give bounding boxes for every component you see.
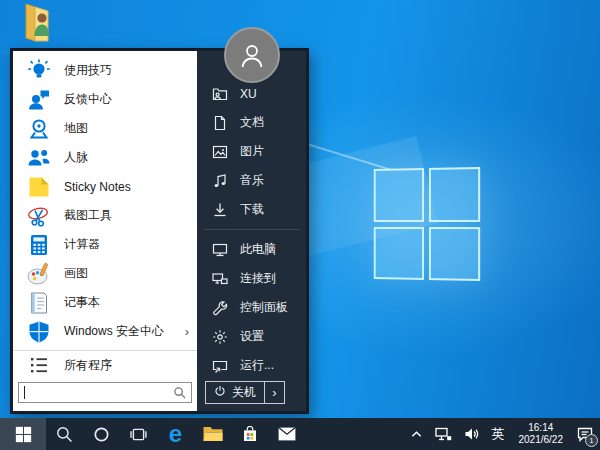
start-menu-item-maps[interactable]: 地图 (13, 114, 197, 143)
edge-icon: e (169, 422, 182, 446)
file-explorer-app[interactable] (194, 418, 231, 450)
store-app[interactable] (231, 418, 268, 450)
start-menu-item-paint[interactable]: 画图 (13, 259, 197, 288)
user-avatar[interactable] (224, 27, 280, 83)
taskbar: e 英 16:14 2021/6/22 (0, 418, 600, 450)
action-center-button[interactable]: 1 (575, 418, 595, 450)
system-tray: 英 16:14 2021/6/22 1 (408, 418, 600, 450)
cortana-icon (93, 426, 110, 443)
start-search-box[interactable] (18, 382, 192, 403)
volume-icon[interactable] (462, 418, 482, 450)
file-explorer-icon (203, 426, 223, 442)
start-menu-item-people[interactable]: 人脉 (13, 143, 197, 172)
start-menu-item-feedback[interactable]: 反馈中心 (13, 85, 197, 114)
taskbar-empty-area (305, 418, 408, 450)
start-menu-place-run[interactable]: 运行... (197, 351, 306, 380)
paint-icon (27, 262, 51, 286)
start-menu-place-label: 设置 (240, 328, 264, 345)
task-view-icon (130, 426, 147, 443)
store-icon (242, 426, 258, 443)
start-menu-item-notepad[interactable]: 记事本 (13, 288, 197, 317)
start-menu-place-label: XU (240, 87, 257, 101)
power-icon (214, 385, 226, 400)
this-pc-icon (212, 242, 228, 258)
shutdown-split-button: 关机 › (205, 381, 285, 404)
shutdown-button[interactable]: 关机 (206, 382, 264, 403)
taskbar-clock[interactable]: 16:14 2021/6/22 (515, 418, 568, 450)
sticky-notes-icon (27, 175, 51, 199)
all-programs-label: 所有程序 (64, 357, 112, 374)
start-menu-item-label: 地图 (64, 120, 88, 137)
start-menu-item-snipping-tool[interactable]: 截图工具 (13, 201, 197, 230)
start-menu-item-label: 人脉 (64, 149, 88, 166)
start-menu-place-label: 连接到 (240, 270, 276, 287)
clock-date: 2021/6/22 (519, 434, 564, 446)
security-icon (27, 320, 51, 344)
search-button[interactable] (46, 418, 83, 450)
search-icon (173, 386, 186, 399)
start-menu-place-download[interactable]: 下载 (197, 195, 306, 224)
mail-app[interactable] (268, 418, 305, 450)
input-language-indicator[interactable]: 英 (490, 418, 507, 450)
tray-overflow-chevron[interactable] (408, 418, 425, 450)
people-icon (27, 146, 51, 170)
start-menu-place-label: 此电脑 (240, 241, 276, 258)
document-icon (212, 115, 228, 131)
start-menu-item-label: 计算器 (64, 236, 100, 253)
start-menu-place-label: 文档 (240, 114, 264, 131)
menu-divider (203, 229, 300, 230)
start-menu-right-column: XU文档图片音乐下载此电脑连接到控制面板设置运行... 关机 › (197, 51, 306, 411)
start-menu-item-tips[interactable]: 使用技巧 (13, 56, 197, 85)
start-search-input[interactable] (25, 386, 173, 398)
start-icon (15, 426, 32, 443)
start-menu-place-user-folder[interactable]: XU (197, 79, 306, 108)
maps-icon (27, 117, 51, 141)
start-menu-item-label: 截图工具 (64, 207, 112, 224)
menu-divider (13, 350, 197, 351)
mail-icon (278, 427, 296, 441)
edge-app[interactable]: e (157, 418, 194, 450)
start-menu-item-label: Windows 安全中心 (64, 323, 164, 340)
tips-icon (27, 59, 51, 83)
start-menu-right-list: XU文档图片音乐下载此电脑连接到控制面板设置运行... (197, 79, 306, 380)
start-menu: 使用技巧反馈中心地图人脉Sticky Notes截图工具计算器画图记事本Wind… (10, 48, 309, 414)
network-icon[interactable] (433, 418, 454, 450)
start-menu-place-control-panel[interactable]: 控制面板 (197, 293, 306, 322)
notepad-icon (27, 291, 51, 315)
settings-icon (212, 329, 228, 345)
music-icon (212, 173, 228, 189)
control-panel-icon (212, 300, 228, 316)
user-folder-desktop-icon[interactable] (16, 2, 56, 44)
start-button[interactable] (0, 418, 46, 450)
start-menu-item-sticky-notes[interactable]: Sticky Notes (13, 172, 197, 201)
task-view-button[interactable] (120, 418, 157, 450)
calculator-icon (27, 233, 51, 257)
start-menu-item-label: Sticky Notes (64, 180, 131, 194)
all-programs-item[interactable]: 所有程序 (13, 353, 197, 378)
search-icon (56, 426, 73, 443)
shutdown-options-chevron[interactable]: › (264, 382, 284, 403)
start-menu-place-label: 下载 (240, 201, 264, 218)
start-menu-item-calculator[interactable]: 计算器 (13, 230, 197, 259)
start-menu-place-document[interactable]: 文档 (197, 108, 306, 137)
start-menu-place-label: 图片 (240, 143, 264, 160)
start-menu-item-label: 画图 (64, 265, 88, 282)
start-menu-place-settings[interactable]: 设置 (197, 322, 306, 351)
start-menu-item-label: 使用技巧 (64, 62, 112, 79)
start-menu-place-connect[interactable]: 连接到 (197, 264, 306, 293)
start-menu-place-this-pc[interactable]: 此电脑 (197, 235, 306, 264)
start-menu-item-security[interactable]: Windows 安全中心› (13, 317, 197, 346)
start-menu-place-label: 音乐 (240, 172, 264, 189)
download-icon (212, 202, 228, 218)
start-menu-item-label: 反馈中心 (64, 91, 112, 108)
cortana-button[interactable] (83, 418, 120, 450)
start-menu-place-label: 运行... (240, 357, 274, 374)
start-menu-place-music[interactable]: 音乐 (197, 166, 306, 195)
pictures-icon (212, 144, 228, 160)
user-folder-icon (212, 86, 228, 102)
start-menu-place-pictures[interactable]: 图片 (197, 137, 306, 166)
taskbar-items: e (0, 418, 305, 450)
shutdown-label: 关机 (232, 384, 256, 401)
feedback-icon (27, 88, 51, 112)
notification-badge: 1 (585, 434, 598, 447)
